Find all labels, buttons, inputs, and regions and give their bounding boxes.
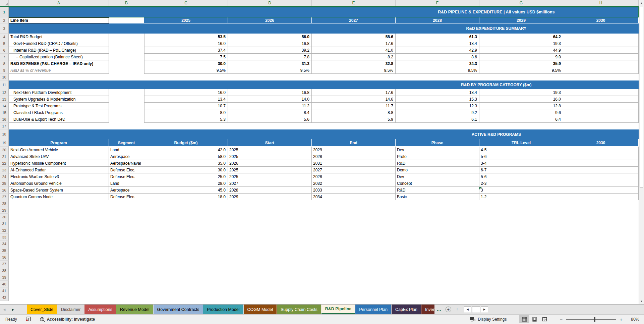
- column-header-G[interactable]: G: [479, 0, 563, 6]
- programs-column-header[interactable]: 2030: [563, 139, 639, 147]
- value-cell[interactable]: 42.9: [396, 47, 479, 54]
- row-header-10[interactable]: 10: [0, 74, 9, 80]
- programs-column-header[interactable]: Program: [9, 139, 109, 147]
- value-cell[interactable]: 17.6: [312, 89, 396, 96]
- zoom-level[interactable]: 80%: [626, 317, 639, 322]
- program-cell[interactable]: Quantum Comms Node: [9, 194, 109, 200]
- row-header-33[interactable]: 33: [0, 234, 9, 240]
- sheet-tab-production-model[interactable]: Production Model: [203, 305, 243, 314]
- row-header-24[interactable]: 24: [0, 173, 9, 180]
- program-cell[interactable]: 6-7: [479, 167, 563, 173]
- row-header-22[interactable]: 22: [0, 160, 9, 167]
- program-cell[interactable]: Dev: [396, 147, 479, 153]
- value-cell[interactable]: 9.6: [479, 109, 563, 116]
- gap-cell[interactable]: [109, 67, 144, 74]
- program-cell[interactable]: 5-6: [479, 153, 563, 160]
- row-header-36[interactable]: 36: [0, 254, 9, 261]
- value-cell[interactable]: 19.3: [479, 89, 563, 96]
- year-header-2028[interactable]: 2028: [396, 17, 479, 23]
- accessibility-status[interactable]: Accessibility: Investigate: [40, 317, 95, 322]
- value-cell[interactable]: 35.9: [479, 60, 563, 67]
- row-header-14[interactable]: 14: [0, 103, 9, 109]
- value-cell[interactable]: 13.4: [144, 96, 228, 103]
- row-header-1[interactable]: 1: [0, 7, 9, 17]
- program-cell[interactable]: R&D: [396, 187, 479, 194]
- gap-cell[interactable]: [109, 116, 144, 123]
- empty-value-cell[interactable]: [563, 147, 639, 153]
- row-header-9[interactable]: 9: [0, 67, 9, 74]
- hscroll-right-icon[interactable]: ▶: [481, 306, 488, 313]
- value-cell[interactable]: 8.4: [228, 109, 312, 116]
- value-cell[interactable]: 30.0: [144, 60, 228, 67]
- row-header-19[interactable]: 19: [0, 139, 9, 147]
- sheet-tab-assumptions[interactable]: Assumptions: [84, 305, 116, 314]
- program-cell[interactable]: Autonomous Ground Vehicle: [9, 180, 109, 187]
- program-cell[interactable]: Aerospace: [109, 153, 144, 160]
- program-cell[interactable]: Land: [109, 147, 144, 153]
- new-sheet-button[interactable]: +: [446, 307, 451, 312]
- empty-value-cell[interactable]: [563, 187, 639, 194]
- category-section-band[interactable]: R&D BY PROGRAM CATEGORY ($m): [9, 80, 639, 89]
- program-cell[interactable]: 2025: [228, 153, 312, 160]
- row-header-41[interactable]: 41: [0, 287, 9, 294]
- row-header-28[interactable]: 28: [0, 200, 9, 207]
- sheet-tab-disclaimer[interactable]: Disclaimer: [57, 305, 84, 314]
- gap-cell[interactable]: [109, 54, 144, 60]
- zoom-in-button[interactable]: +: [620, 317, 623, 322]
- row-header-25[interactable]: 25: [0, 180, 9, 187]
- row-header-15[interactable]: 15: [0, 109, 9, 116]
- program-cell[interactable]: AI-Enhanced Radar: [9, 167, 109, 173]
- empty-value-cell[interactable]: [563, 109, 639, 116]
- program-cell[interactable]: Advanced Strike UAV: [9, 153, 109, 160]
- empty-value-cell[interactable]: [563, 34, 639, 40]
- program-cell[interactable]: 42.0: [144, 147, 228, 153]
- line-item-header[interactable]: Line Item: [9, 17, 109, 23]
- scroll-down-icon[interactable]: ▼: [639, 298, 644, 304]
- program-cell[interactable]: 28.0: [144, 180, 228, 187]
- program-cell[interactable]: 2027: [312, 167, 396, 173]
- zoom-slider-thumb[interactable]: [594, 317, 595, 322]
- blank-cell[interactable]: [109, 17, 144, 23]
- program-cell[interactable]: Aerospace: [109, 187, 144, 194]
- normal-view-button[interactable]: [519, 315, 529, 323]
- empty-value-cell[interactable]: [563, 173, 639, 180]
- column-header-H[interactable]: H: [563, 0, 639, 6]
- program-cell[interactable]: 2028: [228, 187, 312, 194]
- vscroll-thumb[interactable]: [640, 7, 643, 188]
- sheet-tab-revenue-model[interactable]: Revenue Model: [116, 305, 153, 314]
- row-label[interactable]: System Upgrades & Modernization: [9, 96, 109, 103]
- row-header-4[interactable]: 4: [0, 34, 9, 40]
- sheet-tab-inver[interactable]: Inver: [421, 305, 434, 314]
- row-header-5[interactable]: 5: [0, 40, 9, 47]
- value-cell[interactable]: 10.7: [144, 103, 228, 109]
- value-cell[interactable]: 17.6: [312, 40, 396, 47]
- value-cell[interactable]: 9.5%: [144, 67, 228, 74]
- program-cell[interactable]: 30.0: [144, 167, 228, 173]
- value-cell[interactable]: 9.5%: [396, 67, 479, 74]
- empty-value-cell[interactable]: [563, 180, 639, 187]
- programs-section-band[interactable]: ACTIVE R&D PROGRAMS: [9, 129, 639, 139]
- value-cell[interactable]: 53.5: [144, 34, 228, 40]
- sheet-tab-capex-plan[interactable]: CapEx Plan: [392, 305, 421, 314]
- value-cell[interactable]: 8.8: [312, 109, 396, 116]
- value-cell[interactable]: 19.3: [479, 40, 563, 47]
- empty-value-cell[interactable]: [563, 116, 639, 123]
- scroll-up-icon[interactable]: ▲: [639, 0, 644, 6]
- column-header-E[interactable]: E: [312, 0, 396, 6]
- row-header-13[interactable]: 13: [0, 96, 9, 103]
- value-cell[interactable]: 39.2: [228, 47, 312, 54]
- value-cell[interactable]: 9.5%: [479, 67, 563, 74]
- page-break-view-button[interactable]: [539, 315, 549, 323]
- program-cell[interactable]: Next-Gen Armored Vehicle: [9, 147, 109, 153]
- value-cell[interactable]: 5.6: [228, 116, 312, 123]
- value-cell[interactable]: 9.0: [479, 54, 563, 60]
- value-cell[interactable]: 32.8: [312, 60, 396, 67]
- empty-value-cell[interactable]: [563, 96, 639, 103]
- value-cell[interactable]: 14.6: [312, 96, 396, 103]
- row-header-39[interactable]: 39: [0, 274, 9, 281]
- row-header-12[interactable]: 12: [0, 89, 9, 96]
- row-header-16[interactable]: 16: [0, 116, 9, 123]
- gap-cell[interactable]: [109, 34, 144, 40]
- empty-value-cell[interactable]: [563, 160, 639, 167]
- program-cell[interactable]: Defense Elec.: [109, 173, 144, 180]
